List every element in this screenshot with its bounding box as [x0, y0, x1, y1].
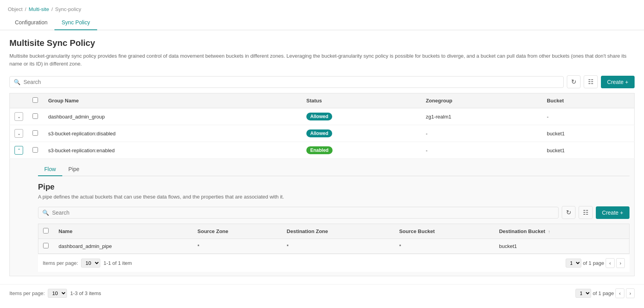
pipe-row1-dest-zone: * — [282, 239, 394, 254]
pipe-refresh-btn[interactable]: ↻ — [562, 206, 575, 219]
pipe-table: Name Source Zone Destination Zone Source… — [38, 224, 630, 254]
row3-name: s3-bucket-replication:enabled — [43, 142, 302, 159]
pipe-title: Pipe — [38, 182, 630, 191]
pipe-columns-btn[interactable]: ☷ — [579, 206, 593, 219]
breadcrumb-sep1: / — [25, 6, 27, 12]
table-row: ⌄ s3-bucket-replication:disabled Allowed… — [10, 125, 635, 142]
pipe-toolbar: 🔍 ↻ ☷ Create + — [38, 206, 630, 219]
page-title: Multisite Sync Policy — [9, 38, 635, 48]
pipe-pagination: Items per page: 10 25 50 1-1 of 1 item 1 — [38, 254, 630, 272]
row3-bucket: bucket1 — [542, 142, 635, 159]
row1-checkbox-cell — [28, 108, 43, 125]
bottom-page-count: 1 of 1 page ‹ › — [575, 288, 635, 298]
pipe-th-dest-bucket: Destination Bucket ↑ — [494, 224, 630, 239]
th-expand — [10, 93, 28, 108]
row1-status-badge: Allowed — [306, 113, 332, 120]
pipe-row1-dest-bucket: bucket1 — [494, 239, 630, 254]
expanded-row-cell: Flow Pipe Pipe A pipe defines the actual… — [10, 159, 635, 276]
page-description: Multisite bucket-granularity sync policy… — [9, 52, 635, 67]
row2-checkbox[interactable] — [33, 130, 38, 136]
tab-configuration[interactable]: Configuration — [8, 15, 54, 30]
row3-expand-cell: ⌃ — [10, 142, 28, 159]
main-create-label: Create — [607, 79, 624, 85]
breadcrumb: Object / Multi-site / Sync-policy — [0, 0, 644, 15]
page-content: Multisite Sync Policy Multisite bucket-g… — [0, 30, 644, 284]
row2-expand-btn[interactable]: ⌄ — [14, 129, 23, 138]
tab-syncpolicy[interactable]: Sync Policy — [54, 15, 97, 30]
pipe-create-label: Create — [602, 210, 619, 216]
pipe-row1-source-zone: * — [193, 239, 282, 254]
main-refresh-btn[interactable]: ↻ — [567, 75, 581, 88]
breadcrumb-multisite[interactable]: Multi-site — [29, 6, 49, 12]
pipe-row1-source-bucket: * — [394, 239, 494, 254]
main-columns-btn[interactable]: ☷ — [584, 75, 598, 88]
pipe-create-btn[interactable]: Create + — [596, 206, 630, 219]
breadcrumb-sep2: / — [51, 6, 53, 12]
row3-checkbox-cell — [28, 142, 43, 159]
row3-status-badge: Enabled — [306, 146, 333, 154]
pipe-items-count: 1-1 of 1 item — [103, 260, 132, 266]
pipe-search-box[interactable]: 🔍 — [38, 207, 559, 219]
main-search-box[interactable]: 🔍 — [9, 76, 564, 88]
row3-expand-btn[interactable]: ⌃ — [14, 146, 23, 155]
pipe-row1-checkbox-cell — [38, 239, 54, 254]
main-table: Group Name Status Zonegroup Bucket ⌄ das… — [9, 93, 635, 276]
row3-checkbox[interactable] — [33, 147, 38, 153]
bottom-next-btn[interactable]: › — [626, 288, 635, 298]
pipe-next-btn[interactable]: › — [616, 258, 625, 268]
sub-tab-pipe[interactable]: Pipe — [62, 163, 86, 176]
pipe-page-count: 1 of 1 page ‹ › — [566, 258, 625, 268]
row3-status: Enabled — [302, 142, 421, 159]
row2-zonegroup: - — [421, 125, 542, 142]
pipe-table-row: dashboard_admin_pipe * * * bucket1 — [38, 239, 630, 254]
main-create-plus: + — [625, 79, 628, 85]
row1-name: dashboard_admin_group — [43, 108, 302, 125]
expanded-content: Flow Pipe Pipe A pipe defines the actual… — [14, 163, 630, 272]
sub-tab-flow[interactable]: Flow — [38, 163, 62, 176]
bottom-of-page: of 1 page — [593, 290, 614, 296]
th-status: Status — [302, 93, 421, 108]
th-zonegroup: Zonegroup — [421, 93, 542, 108]
bottom-page-size-select[interactable]: 10 25 50 — [48, 289, 67, 298]
bottom-pagination: Items per page: 10 25 50 1-3 of 3 items … — [0, 284, 644, 302]
row2-bucket: bucket1 — [542, 125, 635, 142]
row3-zonegroup: - — [421, 142, 542, 159]
pipe-select-all[interactable] — [43, 228, 49, 233]
main-search-icon: 🔍 — [14, 79, 20, 85]
pipe-of-page: of 1 page — [583, 260, 604, 266]
bottom-page-select[interactable]: 1 — [575, 289, 591, 298]
row2-expand-cell: ⌄ — [10, 125, 28, 142]
row1-expand-btn[interactable]: ⌄ — [14, 112, 23, 121]
row1-zonegroup: zg1-realm1 — [421, 108, 542, 125]
row1-checkbox[interactable] — [33, 113, 38, 119]
pipe-th-dest-zone: Destination Zone — [282, 224, 394, 239]
pipe-page-size-select[interactable]: 10 25 50 — [81, 259, 100, 268]
breadcrumb-syncpolicy: Sync-policy — [55, 6, 81, 12]
bottom-prev-btn[interactable]: ‹ — [615, 288, 624, 298]
row1-status: Allowed — [302, 108, 421, 125]
pipe-row1-checkbox[interactable] — [43, 243, 49, 248]
pipe-page-select[interactable]: 1 — [566, 259, 581, 268]
main-create-btn[interactable]: Create + — [601, 76, 635, 88]
main-search-input[interactable] — [24, 79, 559, 85]
row1-expand-cell: ⌄ — [10, 108, 28, 125]
th-bucket: Bucket — [542, 93, 635, 108]
breadcrumb-object: Object — [8, 6, 23, 12]
sub-tabs: Flow Pipe — [38, 163, 630, 176]
row2-status: Allowed — [302, 125, 421, 142]
pipe-th-dest-bucket-label: Destination Bucket — [499, 228, 545, 234]
pipe-prev-btn[interactable]: ‹ — [606, 258, 614, 268]
pipe-th-name: Name — [54, 224, 193, 239]
row2-name: s3-bucket-replication:disabled — [43, 125, 302, 142]
sort-icon: ↑ — [548, 229, 550, 234]
row1-bucket: - — [542, 108, 635, 125]
row2-status-badge: Allowed — [306, 129, 332, 137]
select-all-checkbox[interactable] — [33, 97, 38, 103]
pipe-search-input[interactable] — [52, 210, 554, 216]
pipe-th-source-bucket: Source Bucket — [394, 224, 494, 239]
row2-checkbox-cell — [28, 125, 43, 142]
pipe-items-per-page-label: Items per page: — [43, 260, 78, 266]
pipe-row1-name: dashboard_admin_pipe — [54, 239, 193, 254]
table-row: ⌃ s3-bucket-replication:enabled Enabled … — [10, 142, 635, 159]
pipe-create-plus: + — [620, 210, 623, 216]
